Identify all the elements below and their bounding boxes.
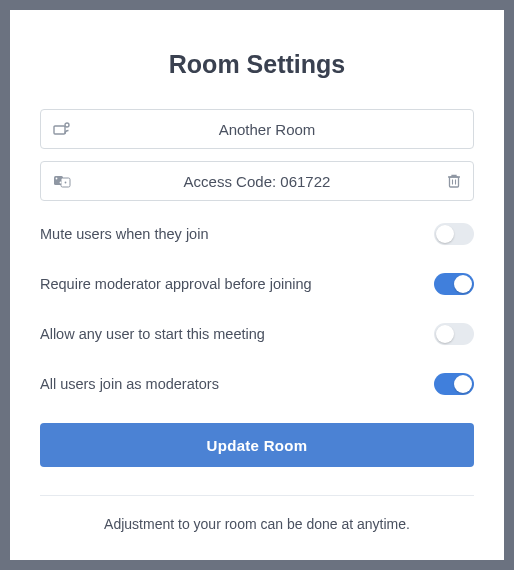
trash-icon[interactable] <box>441 173 461 189</box>
footer-note: Adjustment to your room can be done at a… <box>40 516 474 532</box>
access-code-field: Access Code: 061722 <box>40 161 474 201</box>
svg-rect-0 <box>54 126 65 134</box>
update-room-button[interactable]: Update Room <box>40 423 474 467</box>
setting-any-user-start: Allow any user to start this meeting <box>40 323 474 345</box>
setting-label: Allow any user to start this meeting <box>40 326 265 342</box>
toggle-moderator-approval[interactable] <box>434 273 474 295</box>
setting-all-moderators: All users join as moderators <box>40 373 474 395</box>
toggle-mute-users[interactable] <box>434 223 474 245</box>
setting-mute-users: Mute users when they join <box>40 223 474 245</box>
room-name-field[interactable] <box>40 109 474 149</box>
settings-list: Mute users when they join Require modera… <box>40 223 474 395</box>
setting-label: All users join as moderators <box>40 376 219 392</box>
page-title: Room Settings <box>40 50 474 79</box>
access-code-value: Access Code: 061722 <box>73 173 441 190</box>
setting-label: Require moderator approval before joinin… <box>40 276 312 292</box>
svg-point-5 <box>60 182 62 184</box>
svg-point-6 <box>65 182 67 184</box>
setting-moderator-approval: Require moderator approval before joinin… <box>40 273 474 295</box>
room-name-input[interactable] <box>73 121 461 138</box>
room-settings-modal: Room Settings Access Code: 061722 <box>10 10 504 560</box>
toggle-any-user-start[interactable] <box>434 323 474 345</box>
setting-label: Mute users when they join <box>40 226 208 242</box>
divider <box>40 495 474 496</box>
svg-rect-7 <box>450 177 459 187</box>
toggle-all-moderators[interactable] <box>434 373 474 395</box>
svg-point-1 <box>65 123 69 127</box>
room-icon <box>53 122 73 136</box>
dice-icon[interactable] <box>53 173 73 189</box>
svg-point-4 <box>56 178 58 180</box>
